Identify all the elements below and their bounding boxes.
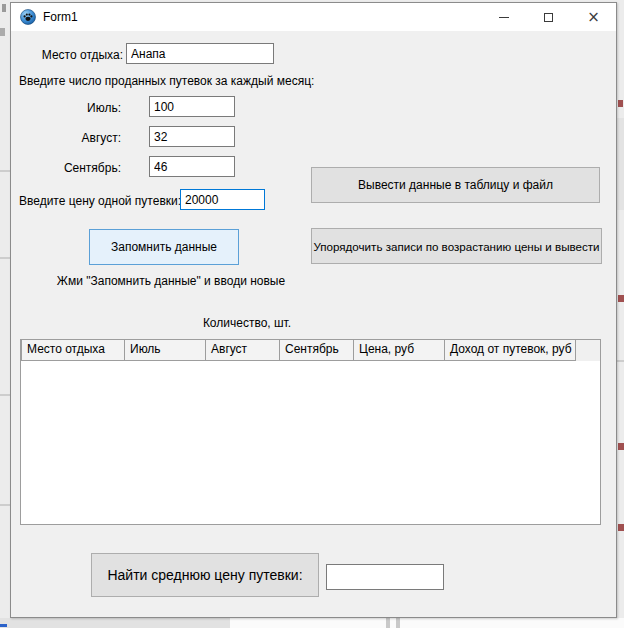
form1-window: Form1 × Место отдыха: Введите число прод… bbox=[10, 2, 617, 618]
place-label: Место отдыха: bbox=[33, 48, 123, 62]
grid-header-july: Июль bbox=[124, 339, 206, 361]
background-line bbox=[0, 170, 10, 172]
background-mark bbox=[618, 443, 624, 450]
maximize-button[interactable] bbox=[526, 3, 571, 31]
close-button[interactable]: × bbox=[571, 3, 616, 31]
background-mark bbox=[618, 100, 623, 107]
background-block bbox=[617, 118, 624, 210]
july-label: Июль: bbox=[51, 101, 121, 115]
minimize-icon bbox=[499, 17, 509, 18]
september-label: Сентябрь: bbox=[51, 161, 121, 175]
save-hint: Жми "Запомнить данные" и вводи новые bbox=[39, 274, 303, 288]
titlebar: Form1 × bbox=[11, 3, 616, 31]
window-controls: × bbox=[481, 3, 616, 31]
background-mark bbox=[0, 624, 7, 627]
august-label: Август: bbox=[51, 131, 121, 145]
july-input[interactable] bbox=[149, 96, 235, 117]
grid-header-row: Место отдыха Июль Август Сентябрь Цена, … bbox=[21, 340, 600, 361]
september-input[interactable] bbox=[149, 156, 235, 177]
grid-header-income: Доход от путевок, руб bbox=[444, 339, 576, 361]
price-input[interactable] bbox=[180, 189, 265, 210]
price-label: Введите цену одной путевки: bbox=[19, 194, 181, 208]
average-output[interactable] bbox=[326, 564, 444, 590]
background-line bbox=[617, 360, 624, 362]
background-mark bbox=[2, 4, 6, 12]
grid-body[interactable] bbox=[21, 361, 600, 524]
save-button[interactable]: Запомнить данные bbox=[89, 229, 239, 265]
background-line bbox=[0, 504, 10, 506]
maximize-icon bbox=[544, 13, 553, 22]
grid-header-place: Место отдыха bbox=[21, 339, 125, 361]
background-strip-bottom-white bbox=[230, 618, 624, 628]
background-line bbox=[0, 257, 10, 259]
background-strip-bottom bbox=[0, 618, 230, 628]
grid-header-filler bbox=[576, 340, 600, 361]
grid-header-price: Цена, руб bbox=[353, 339, 445, 361]
results-grid: Место отдыха Июль Август Сентябрь Цена, … bbox=[20, 339, 601, 525]
grid-header-september: Сентябрь bbox=[279, 339, 354, 361]
months-instruction: Введите число проданных путевок за кажды… bbox=[19, 74, 314, 88]
average-button[interactable]: Найти среднюю цену путевки: bbox=[91, 553, 319, 597]
grid-caption: Количество, шт. bbox=[111, 316, 383, 330]
grid-header-august: Август bbox=[205, 339, 280, 361]
background-mark bbox=[618, 295, 624, 302]
background-line bbox=[0, 394, 10, 396]
sort-button[interactable]: Упорядочить записи по возрастанию цены и… bbox=[311, 228, 602, 264]
background-mark bbox=[0, 28, 5, 36]
background-mark bbox=[618, 524, 624, 531]
place-input[interactable] bbox=[126, 43, 274, 64]
minimize-button[interactable] bbox=[481, 3, 526, 31]
close-icon: × bbox=[587, 10, 600, 25]
august-input[interactable] bbox=[149, 126, 235, 147]
paw-icon bbox=[20, 9, 36, 25]
window-title: Form1 bbox=[43, 10, 78, 24]
background-divider bbox=[396, 618, 400, 628]
background-divider bbox=[386, 618, 390, 628]
output-button[interactable]: Вывести данные в таблицу и файл bbox=[311, 167, 600, 203]
